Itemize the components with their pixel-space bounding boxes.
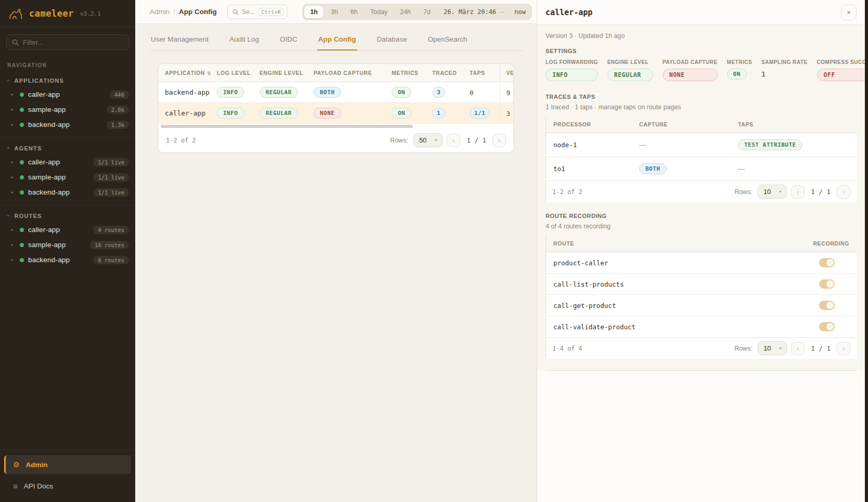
sidebar-item-app-sample[interactable]: ▸ sample-app 2.0k [0,102,135,117]
field-label: LOG FORWARDING [546,59,598,65]
tab-audit-log[interactable]: Audit Log [228,30,260,50]
chevron-right-icon: ▸ [11,258,16,262]
log-forwarding-select[interactable]: INFO [546,69,598,81]
rows-per-page-select[interactable]: 10 ▾ [758,341,787,355]
col-recording: RECORDING [805,240,849,247]
table-row-backend-app[interactable]: backend-app INFO REGULAR BOTH ON 3 0 9 [159,82,513,103]
trace-row-node-1[interactable]: node-1 — TEST ATTRIBUTE [546,133,857,157]
search-icon [232,9,239,15]
horizontal-scrollbar[interactable] [159,124,513,129]
next-page-button[interactable]: › [837,342,850,355]
col-log-level[interactable]: LOG LEVEL [211,64,253,82]
tab-database[interactable]: Database [376,30,408,50]
time-to[interactable]: now [514,8,526,16]
next-page-button[interactable]: › [837,185,850,199]
cell-metrics: ON [385,103,426,124]
recording-toggle[interactable] [819,322,835,331]
app-table-scroll-area: APPLICATION⇅ LOG LEVEL ENGINE LEVEL PAYL… [159,64,513,124]
sidebar-item-agent-caller[interactable]: ▸ caller-app 1/1 live [0,155,135,170]
chevron-right-icon: ▸ [11,107,16,112]
tab-oidc[interactable]: OIDC [279,30,299,50]
taps-value: TEST ATTRIBUTE [738,139,849,150]
prev-page-button[interactable]: ‹ [447,134,460,147]
recording-toggle[interactable] [819,258,835,267]
next-page-button[interactable]: › [493,134,506,147]
cell-traced: 1 [426,103,463,124]
col-application[interactable]: APPLICATION⇅ [159,64,211,82]
sidebar-item-app-backend[interactable]: ▸ backend-app 1.3k [0,117,135,132]
tab-user-management[interactable]: User Management [150,30,210,50]
recording-toggle[interactable] [819,301,835,310]
time-range-today[interactable]: Today [365,6,393,18]
cell-application: backend-app [159,82,211,103]
tab-opensearch[interactable]: OpenSearch [426,30,468,50]
time-range-1h[interactable]: 1h [304,5,324,19]
sidebar-item-app-caller[interactable]: ▸ caller-app 446 [0,87,135,102]
traces-table-header: PROCESSOR CAPTURE TAPS [546,116,857,133]
rows-value: 10 [763,344,771,352]
time-from[interactable]: 26. März 20:46 [444,8,496,16]
search-icon [12,39,19,46]
traces-table-footer: 1-2 of 2 Rows: 10 ▾ ‹ 1 / 1 › [546,181,857,202]
time-range-3h[interactable]: 3h [325,6,344,18]
time-range-6h[interactable]: 6h [345,6,364,18]
chevron-right-icon: ▸ [11,92,16,97]
breadcrumb-admin[interactable]: Admin [150,8,170,16]
toggle-knob [826,302,834,309]
item-label: backend-app [28,188,89,196]
metrics-pill[interactable]: ON [727,69,747,80]
col-taps: TAPS [738,121,849,127]
col-payload-capture[interactable]: PAYLOAD CAPTURE [307,64,385,82]
sidebar-item-route-backend[interactable]: ▸ backend-app 6 routes [0,252,135,267]
item-label: sample-app [28,173,89,181]
item-badge: 16 routes [90,241,129,249]
sidebar-item-route-sample[interactable]: ▸ sample-app 16 routes [0,237,135,252]
col-engine-level[interactable]: ENGINE LEVEL [253,64,307,82]
status-dot [20,175,24,179]
time-range-24h[interactable]: 24h [394,6,417,18]
sort-icon: ⇅ [207,71,211,76]
section-header-agents[interactable]: ▾ AGENTS [0,142,135,155]
toggle-knob [826,280,834,288]
col-metrics[interactable]: METRICS [385,64,426,82]
sidebar-item-agent-sample[interactable]: ▸ sample-app 1/1 live [0,170,135,185]
col-version[interactable]: VERSION [500,64,513,82]
cell-engine-level: REGULAR [253,103,307,124]
compress-success-select[interactable]: OFF [817,69,868,81]
cell-payload-capture: BOTH [307,82,385,103]
col-traced[interactable]: TRACED [426,64,463,82]
admin-content: User Management Audit Log OIDC App Confi… [135,24,537,502]
col-taps[interactable]: TAPS [463,64,500,82]
payload-capture-select[interactable]: NONE [663,69,718,81]
brand-version: v3.2.1 [80,10,101,17]
rows-per-page-select[interactable]: 10 ▾ [758,185,787,199]
chevron-right-icon: ▸ [11,122,16,127]
logo[interactable]: cameleer v3.2.1 [0,0,135,27]
sidebar-item-api-docs[interactable]: ≡ API Docs [4,477,131,495]
rows-per-page-select[interactable]: 50 ▾ [413,133,443,147]
trace-row-to1[interactable]: to1 BOTH — [546,157,857,181]
sidebar-item-admin[interactable]: ⚙ Admin [4,455,131,474]
prev-page-button[interactable]: ‹ [791,342,805,355]
close-icon[interactable]: × [841,5,857,20]
sidebar-item-route-caller[interactable]: ▸ caller-app 4 routes [0,222,135,237]
sidebar-item-agent-backend[interactable]: ▸ backend-app 1/1 live [0,185,135,200]
section-header-routes[interactable]: ▾ ROUTES [0,210,135,222]
scrollbar-thumb[interactable] [161,125,413,128]
traces-table: PROCESSOR CAPTURE TAPS node-1 — TEST ATT… [546,116,857,202]
cell-metrics: ON [385,82,426,103]
gear-icon: ⚙ [13,460,20,469]
time-range-group: 1h 3h 6h Today 24h 7d 26. März 20:46 — n… [302,4,532,20]
panel-empty-area [537,371,865,502]
page-indicator: 1 / 1 [811,344,831,352]
topbar: Admin / App Config Se... Ctrl+K 1h 3h 6h… [135,0,537,24]
engine-level-select[interactable]: REGULAR [607,69,653,81]
global-search-input[interactable]: Se... Ctrl+K [227,5,288,19]
prev-page-button[interactable]: ‹ [791,185,805,199]
table-row-caller-app[interactable]: caller-app INFO REGULAR NONE ON 1 1/1 3 [159,103,513,124]
section-header-applications[interactable]: ▾ APPLICATIONS [0,74,135,87]
sidebar-filter-input[interactable]: Filter... [6,34,129,50]
recording-toggle[interactable] [819,279,835,289]
time-range-7d[interactable]: 7d [418,6,436,18]
tab-app-config[interactable]: App Config [317,30,357,50]
